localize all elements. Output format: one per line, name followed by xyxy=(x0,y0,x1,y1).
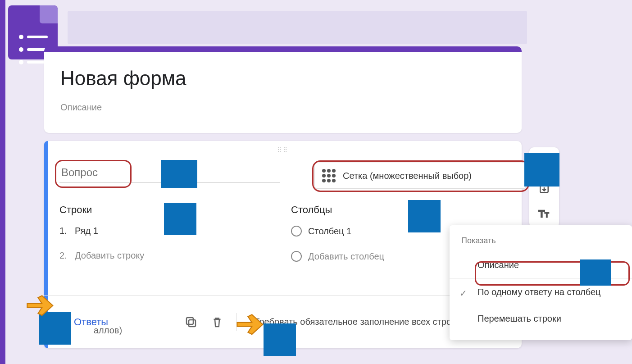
annotation-block xyxy=(164,203,196,235)
pointer-hand-icon xyxy=(235,310,267,337)
question-type-dropdown[interactable]: Сетка (множественный выбор) xyxy=(314,163,526,189)
svg-rect-0 xyxy=(189,320,196,327)
points-text: аллов) xyxy=(94,325,122,336)
grid-icon xyxy=(322,169,336,182)
rows-heading: Строки xyxy=(59,204,267,216)
form-title[interactable]: Новая форма xyxy=(60,67,505,90)
annotation-block xyxy=(161,160,197,188)
annotation-block xyxy=(524,153,559,187)
menu-header: Показать xyxy=(450,233,632,252)
pointer-hand-icon xyxy=(25,291,57,318)
menu-item-shuffle-rows[interactable]: Перемешать строки xyxy=(450,305,632,332)
svg-text:T: T xyxy=(545,211,549,218)
radio-icon xyxy=(291,226,302,237)
cols-heading: Столбцы xyxy=(291,204,498,216)
add-title-icon[interactable]: TT xyxy=(537,207,551,220)
radio-icon xyxy=(291,251,302,262)
form-description[interactable]: Описание xyxy=(60,102,505,113)
svg-text:T: T xyxy=(539,208,545,219)
duplicate-icon[interactable] xyxy=(184,315,198,329)
form-header-card: Новая форма Описание xyxy=(44,52,522,133)
left-accent-strip xyxy=(0,0,5,364)
question-type-label: Сетка (множественный выбор) xyxy=(343,171,472,181)
annotation-block xyxy=(580,259,611,286)
delete-icon[interactable] xyxy=(210,315,224,329)
annotation-block xyxy=(264,323,296,356)
row-item[interactable]: 1.Ряд 1 xyxy=(59,226,267,236)
add-row[interactable]: 2.Добавить строку xyxy=(59,250,267,261)
svg-rect-1 xyxy=(186,318,193,324)
annotation-block xyxy=(408,200,441,232)
check-icon: ✓ xyxy=(459,288,467,299)
top-toolbar-placeholder xyxy=(68,11,527,44)
